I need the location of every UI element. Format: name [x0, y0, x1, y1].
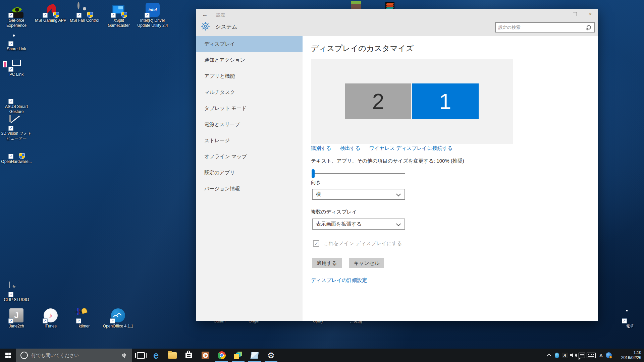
multiple-displays-label: 複数のディスプレイ	[311, 209, 357, 215]
detect-link[interactable]: 検出する	[340, 145, 361, 152]
page-category-title: システム	[215, 23, 237, 31]
multiple-displays-dropdown[interactable]: 表示画面を拡張する	[312, 219, 405, 230]
desktop-icon-msi-fan-control[interactable]: ↗ MSI Fan Control	[68, 3, 101, 23]
desktop-icon-clip-studio[interactable]: ↗ CLIP STUDIO	[0, 282, 33, 302]
keyboard-icon	[587, 353, 596, 358]
desktop: ↗ GeForce Experience ↗ MSI Gaming APP ↗ …	[0, 0, 644, 362]
taskbar-movies-tv[interactable]	[199, 349, 212, 362]
taskbar-store[interactable]	[182, 349, 196, 362]
desktop-icon-3d-vision-photo-viewer[interactable]: ↗ 3D Vision フォト ビューアー	[0, 116, 33, 141]
desktop-icon-label: MSI Gaming APP	[35, 18, 66, 23]
shortcut-arrow-icon: ↗	[8, 99, 13, 104]
chevron-down-icon	[396, 222, 401, 226]
multiple-displays-value: 表示画面を拡張する	[316, 221, 362, 227]
sidebar-item-power-sleep[interactable]: 電源とスリープ	[196, 116, 303, 132]
tray-clock[interactable]: 1:10 2016/02/26	[613, 350, 641, 360]
slider-track[interactable]	[312, 173, 405, 174]
minimize-button[interactable]	[552, 9, 567, 19]
cancel-button[interactable]: キャンセル	[349, 258, 384, 268]
sidebar-item-default-apps[interactable]: 既定のアプリ	[196, 165, 303, 181]
settings-search-box[interactable]	[495, 22, 595, 33]
sidebar-item-about[interactable]: バージョン情報	[196, 181, 303, 197]
orientation-dropdown[interactable]: 横	[312, 189, 405, 200]
tray-blue-oval-app[interactable]	[553, 349, 561, 362]
desktop-icon-calculator[interactable]: ↗ 電卓	[615, 308, 644, 329]
cortana-icon	[20, 352, 28, 359]
taskbar-notepad-app[interactable]	[248, 349, 261, 362]
sidebar-item-tablet-mode[interactable]: タブレット モード	[196, 100, 303, 116]
connect-wireless-display-link[interactable]: ワイヤレス ディスプレイに接続する	[369, 145, 452, 152]
apply-button[interactable]: 適用する	[312, 258, 342, 268]
close-button[interactable]: ×	[583, 9, 598, 19]
slider-thumb[interactable]	[312, 169, 315, 178]
clock-date: 2016/02/26	[613, 355, 641, 360]
display-settings-content: ディスプレイのカスタマイズ 2 1 識別する 検出する ワイヤレス ディスプレイ…	[303, 36, 598, 321]
settings-search-input[interactable]	[496, 25, 585, 30]
taskbar-chrome[interactable]	[215, 349, 228, 362]
desktop-icon-openhardware[interactable]: ↗ OpenHardware...	[0, 144, 33, 164]
taskbar: e ⚙ A A 1:10 2016/02/26	[0, 349, 644, 362]
identify-link[interactable]: 識別する	[311, 145, 331, 152]
scale-slider[interactable]	[312, 169, 405, 178]
cortana-search-box[interactable]	[16, 349, 132, 362]
main-display-checkbox-label: これをメイン ディスプレイにする	[323, 240, 402, 247]
desktop-icon-stripes-partial[interactable]	[385, 2, 394, 10]
desktop-icon-share-link[interactable]: ↗ Share Link	[0, 31, 33, 52]
desktop-icon-jane2ch[interactable]: J ↗ Jane2ch	[0, 308, 33, 329]
chrome-icon	[218, 351, 226, 359]
taskbar-settings[interactable]: ⚙	[264, 349, 278, 362]
shortcut-arrow-icon: ↗	[43, 13, 48, 18]
sidebar-item-storage[interactable]: ストレージ	[196, 132, 303, 148]
task-view-button[interactable]	[134, 349, 148, 362]
desktop-icon-label: Share Link	[7, 47, 26, 52]
monitor-1[interactable]: 1	[412, 83, 479, 119]
desktop-icon-asus-smart-gesture[interactable]: ↗ ASUS Smart Gesture	[0, 89, 33, 114]
shortcut-arrow-icon: ↗	[8, 318, 13, 323]
shortcut-arrow-icon: ↗	[8, 154, 13, 159]
tray-show-hidden-icons[interactable]	[545, 349, 553, 362]
tray-volume[interactable]	[569, 349, 577, 362]
taskbar-sticky-notes[interactable]	[231, 349, 245, 362]
notepad-icon	[251, 352, 259, 359]
desktop-icon-openoffice[interactable]: ↗ OpenOffice 4.1.1	[101, 308, 135, 329]
maximize-button[interactable]	[567, 9, 583, 19]
chevron-up-icon	[547, 354, 551, 358]
desktop-icon-geforce-experience[interactable]: ↗ GeForce Experience	[0, 3, 33, 28]
tray-touch-keyboard[interactable]	[586, 349, 596, 362]
tray-action-center[interactable]	[578, 349, 586, 362]
blue-sphere-icon	[606, 352, 612, 358]
desktop-icon-pc-link[interactable]: ↗ PC Link	[0, 57, 33, 77]
tray-ime-mode[interactable]: A	[597, 349, 605, 362]
desktop-icon-label: OpenHardware...	[1, 159, 32, 164]
sidebar-item-multitasking[interactable]: マルチタスク	[196, 84, 303, 100]
desktop-icon-itunes[interactable]: ♪ ↗ iTunes	[34, 308, 67, 329]
tray-blue-sphere-app[interactable]	[605, 349, 613, 362]
shortcut-arrow-icon: ↗	[8, 67, 13, 72]
sidebar-item-offline-maps[interactable]: オフライン マップ	[196, 148, 303, 165]
cortana-search-input[interactable]	[28, 353, 123, 358]
shortcut-arrow-icon: ↗	[110, 318, 115, 323]
sidebar-item-display[interactable]: ディスプレイ	[196, 36, 303, 52]
desktop-icon-xsplit-gamecaster[interactable]: ↗ XSplit Gamecaster	[102, 3, 136, 28]
main-display-checkbox[interactable]: ✓	[313, 240, 319, 247]
taskbar-edge[interactable]: e	[149, 349, 163, 362]
monitor-2[interactable]: 2	[345, 83, 411, 119]
desktop-icon-ktimer[interactable]: 00:00 ↗ ktimer	[67, 308, 101, 329]
tray-afterburner[interactable]: A	[561, 349, 569, 362]
store-bag-icon	[185, 353, 192, 358]
start-button[interactable]	[0, 349, 16, 362]
desktop-icon-minecraft-partial[interactable]	[351, 1, 361, 10]
desktop-icon-intel-driver-update[interactable]: intel ↗ Intel(R) Driver Update Utility 2…	[136, 3, 169, 28]
search-icon[interactable]	[585, 24, 592, 31]
back-button[interactable]: ←	[201, 11, 209, 19]
desktop-icon-msi-gaming-app[interactable]: ↗ MSI Gaming APP	[34, 3, 67, 23]
advanced-display-settings-link[interactable]: ディスプレイの詳細設定	[311, 277, 367, 284]
taskbar-file-explorer[interactable]	[166, 349, 179, 362]
sidebar-item-notifications[interactable]: 通知とアクション	[196, 52, 303, 68]
desktop-icon-label: ASUS Smart Gesture	[0, 104, 33, 114]
blue-oval-icon	[555, 353, 559, 358]
microphone-icon[interactable]	[123, 353, 126, 357]
sidebar-item-apps-features[interactable]: アプリと機能	[196, 68, 303, 84]
ime-mode-indicator: A	[599, 353, 603, 358]
shortcut-arrow-icon: ↗	[8, 41, 13, 46]
